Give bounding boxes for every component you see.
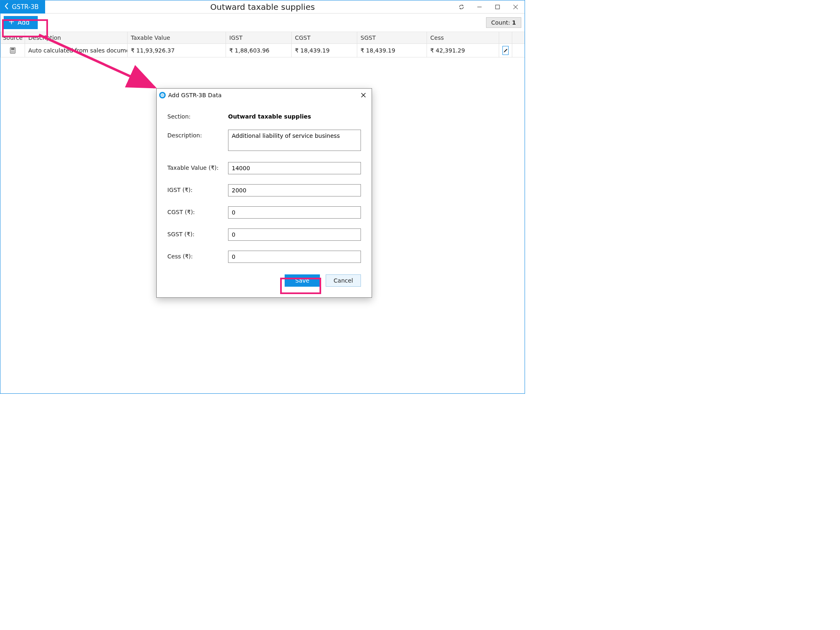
- column-sgst[interactable]: SGST: [357, 32, 427, 43]
- back-button[interactable]: GSTR-3B: [0, 0, 45, 14]
- data-grid: Source Description Taxable Value IGST CG…: [0, 32, 525, 57]
- edit-row-button[interactable]: [502, 46, 509, 55]
- save-button[interactable]: Save: [285, 274, 320, 287]
- add-data-dialog: Add GSTR-3B Data Section: Outward taxabl…: [156, 88, 372, 298]
- close-icon: [361, 93, 366, 98]
- column-cgst[interactable]: CGST: [292, 32, 357, 43]
- close-dialog-button[interactable]: [358, 90, 368, 100]
- plus-icon: [9, 19, 14, 26]
- svg-point-9: [12, 50, 13, 51]
- close-window-button[interactable]: [507, 0, 525, 14]
- column-description[interactable]: Description: [25, 32, 128, 43]
- label-taxable-value: Taxable Value (₹):: [167, 162, 228, 171]
- minimize-icon: [477, 4, 482, 10]
- dialog-title: Add GSTR-3B Data: [168, 92, 221, 98]
- row-sgst: ₹ 18,439.19: [357, 44, 427, 57]
- column-igst[interactable]: IGST: [226, 32, 292, 43]
- dialog-body: Section: Outward taxable supplies Descri…: [157, 102, 372, 274]
- refresh-button[interactable]: [452, 0, 470, 14]
- cancel-button[interactable]: Cancel: [326, 274, 361, 287]
- svg-point-11: [11, 52, 12, 52]
- cess-field[interactable]: [228, 251, 361, 263]
- dialog-footer: Save Cancel: [157, 274, 372, 297]
- label-cess: Cess (₹):: [167, 251, 228, 260]
- label-sgst: SGST (₹):: [167, 228, 228, 237]
- dialog-header: Add GSTR-3B Data: [157, 89, 372, 102]
- label-cgst: CGST (₹):: [167, 206, 228, 215]
- back-label: GSTR-3B: [12, 3, 39, 11]
- window-controls: [452, 0, 525, 14]
- add-label: Add: [18, 19, 30, 26]
- svg-rect-1: [495, 5, 500, 9]
- svg-point-13: [14, 52, 14, 52]
- count-value: 1: [512, 19, 516, 26]
- taxable-value-field[interactable]: [228, 162, 361, 174]
- source-icon-cell: [0, 44, 25, 57]
- value-section: Outward taxable supplies: [228, 111, 361, 120]
- svg-point-10: [14, 50, 14, 51]
- row-cess: ₹ 42,391.29: [427, 44, 499, 57]
- refresh-icon: [459, 4, 464, 10]
- grid-header: Source Description Taxable Value IGST CG…: [0, 32, 525, 44]
- igst-field[interactable]: [228, 184, 361, 196]
- cgst-field[interactable]: [228, 206, 361, 219]
- row-description: Auto calculated from sales docume: [25, 44, 128, 57]
- maximize-button[interactable]: [488, 0, 507, 14]
- svg-point-12: [12, 52, 13, 52]
- row-igst: ₹ 1,88,603.96: [226, 44, 292, 57]
- row-cgst: ₹ 18,439.19: [292, 44, 357, 57]
- column-cess[interactable]: Cess: [427, 32, 499, 43]
- minimize-button[interactable]: [470, 0, 488, 14]
- label-description: Description:: [167, 130, 228, 139]
- description-field[interactable]: [228, 130, 361, 151]
- column-taxable-value[interactable]: Taxable Value: [128, 32, 226, 43]
- svg-rect-7: [11, 48, 14, 50]
- count-label: Count:: [491, 19, 512, 26]
- chevron-left-icon: [5, 3, 9, 11]
- row-actions: [499, 44, 512, 57]
- sgst-field[interactable]: [228, 228, 361, 241]
- close-icon: [513, 4, 518, 10]
- page-title: Outward taxable supplies: [0, 0, 525, 13]
- calculator-icon: [9, 47, 16, 54]
- title-bar: GSTR-3B Outward taxable supplies: [0, 0, 525, 14]
- row-taxable-value: ₹ 11,93,926.37: [128, 44, 226, 57]
- table-row[interactable]: Auto calculated from sales docume ₹ 11,9…: [0, 44, 525, 57]
- toolbar: Add Count: 1: [0, 14, 525, 32]
- label-igst: IGST (₹):: [167, 184, 228, 193]
- svg-point-8: [11, 50, 12, 51]
- column-actions: [499, 32, 512, 43]
- app-icon: [159, 92, 166, 98]
- column-source[interactable]: Source: [0, 32, 25, 43]
- maximize-icon: [495, 4, 500, 10]
- pencil-icon: [503, 48, 508, 53]
- add-button[interactable]: Add: [4, 16, 38, 29]
- label-section: Section:: [167, 111, 228, 120]
- count-badge: Count: 1: [486, 17, 522, 28]
